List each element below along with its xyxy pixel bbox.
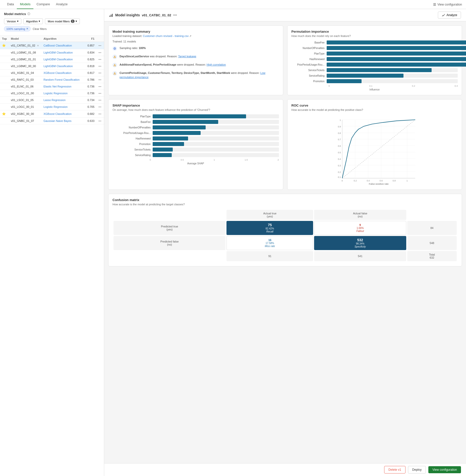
shap-bar-row: ServiceTickets bbox=[112, 148, 279, 152]
view-configuration-btn[interactable]: View configuration bbox=[433, 3, 462, 6]
more-dots-icon[interactable]: ••• bbox=[98, 58, 101, 61]
view-config-btn[interactable]: View configuration bbox=[428, 466, 461, 473]
nav-models[interactable]: Models bbox=[17, 0, 33, 9]
top-nav: Data Models Compare Analyze View configu… bbox=[0, 0, 466, 9]
perm-bar-row: BaseFee bbox=[292, 40, 458, 44]
perm-bar-row: ServiceRating bbox=[292, 74, 458, 78]
insights-more-btn[interactable]: ••• bbox=[173, 13, 177, 17]
table-row[interactable]: v01_GNBC_01_07 Gaussian Naive Bayes 0.63… bbox=[0, 118, 104, 124]
more-filters-btn[interactable]: More model filters 1 ▾ bbox=[45, 18, 80, 24]
more-dots-icon[interactable]: ••• bbox=[98, 44, 101, 47]
more-options-cell: ••• bbox=[96, 97, 104, 104]
nav-analyze[interactable]: Analyze bbox=[53, 0, 71, 9]
svg-text:1: 1 bbox=[339, 119, 341, 121]
algorithm-link[interactable]: Elastic Net Regression bbox=[43, 85, 71, 88]
table-row[interactable]: v01_LGBMC_00_00 LightGBM Classification … bbox=[0, 63, 104, 70]
sampling-tag[interactable]: 100% sampling ✕ bbox=[4, 26, 31, 31]
version-filter[interactable]: Version ▾ bbox=[4, 18, 21, 24]
info-icon[interactable]: ⓘ bbox=[27, 12, 30, 16]
shap-bar-track bbox=[153, 136, 279, 140]
perm-bar-fill bbox=[327, 79, 362, 83]
more-dots-icon[interactable]: ••• bbox=[98, 65, 101, 68]
settings-drop-icon bbox=[112, 46, 117, 51]
model-name: v01_LGBMC_00_00 bbox=[11, 65, 36, 68]
algorithm-cell: CatBoost Classification bbox=[41, 42, 84, 49]
perm-bar-row: ServiceTickets bbox=[292, 68, 458, 72]
algorithm-link[interactable]: Logistic Regression bbox=[43, 92, 68, 95]
remove-sampling-icon[interactable]: ✕ bbox=[26, 27, 28, 30]
more-dots-icon[interactable]: ••• bbox=[98, 92, 101, 95]
table-row[interactable]: v01_RAFC_01_03 Random Forest Classificat… bbox=[0, 76, 104, 83]
more-dots-icon[interactable]: ••• bbox=[98, 51, 101, 54]
perm-bar-row: PriorPeriodUsage-Rou... bbox=[292, 63, 458, 67]
table-row[interactable]: v01_LGBMC_01_08 LightGBM Classification … bbox=[0, 49, 104, 56]
roc-curve-card: ROC curve How accurate is the model at p… bbox=[287, 99, 462, 190]
f1-cell: 0.734 bbox=[84, 97, 96, 104]
target-leakage-link[interactable]: Target leakage bbox=[178, 55, 196, 58]
settings-icon bbox=[433, 3, 436, 6]
algorithm-link[interactable]: CatBoost Classification bbox=[43, 44, 72, 47]
table-row[interactable]: ⭐ v01_CATBC_01_02 ✕ CatBoost Classificat… bbox=[0, 42, 104, 49]
model-name: v01_LGBMC_01_08 bbox=[11, 51, 36, 54]
table-row[interactable]: v01_LGBMC_01_01 LightGBM Classification … bbox=[0, 56, 104, 63]
table-row[interactable]: v01_LSOC_01_05 Lasso Regression 0.734 ••… bbox=[0, 97, 104, 104]
perm-bar-row: PlanType bbox=[292, 52, 458, 56]
algorithm-link[interactable]: Lasso Regression bbox=[43, 99, 66, 102]
algorithm-cell: LightGBM Classification bbox=[41, 56, 84, 63]
algorithm-link[interactable]: LightGBM Classification bbox=[43, 58, 73, 61]
more-dots-icon[interactable]: ••• bbox=[98, 78, 101, 81]
more-dots-icon[interactable]: ••• bbox=[98, 99, 101, 102]
shap-bar-track bbox=[153, 114, 279, 118]
clear-filters-btn[interactable]: Clear filters bbox=[33, 27, 47, 30]
table-row[interactable]: v01_ELNC_01_06 Elastic Net Regression 0.… bbox=[0, 83, 104, 90]
dataset-link[interactable]: Customer churn revised - training.csv bbox=[143, 34, 189, 37]
nav-data[interactable]: Data bbox=[4, 0, 17, 9]
algorithm-link[interactable]: LightGBM Classification bbox=[43, 65, 73, 68]
nav-compare[interactable]: Compare bbox=[33, 0, 53, 9]
shap-bar-row: PlanType bbox=[112, 114, 279, 118]
table-row[interactable]: ⭐ v02_XGBC_00_00 XGBoost Classification … bbox=[0, 110, 104, 118]
table-row[interactable]: v01_LOGC_00_01 Logistic Regression 0.705… bbox=[0, 104, 104, 110]
svg-rect-3 bbox=[109, 16, 110, 17]
remove-model-icon[interactable]: ✕ bbox=[37, 44, 39, 47]
svg-rect-0 bbox=[433, 3, 436, 4]
drop1-item: DaysSinceLastService was dropped. Reason… bbox=[112, 54, 279, 59]
perm-bar-label: PlanType bbox=[292, 52, 327, 55]
row2: SHAP importance On average, how much doe… bbox=[108, 99, 462, 190]
deploy-btn[interactable]: Deploy bbox=[408, 466, 426, 473]
algorithm-link[interactable]: LightGBM Classification bbox=[43, 51, 73, 54]
perm-bar-fill bbox=[327, 40, 466, 44]
algorithm-link[interactable]: XGBoost Classification bbox=[43, 71, 72, 74]
perm-bar-label: Promotion bbox=[292, 80, 327, 83]
more-options-cell: ••• bbox=[96, 118, 104, 124]
algorithm-link[interactable]: XGBoost Classification bbox=[43, 112, 72, 115]
roc-title: ROC curve bbox=[292, 104, 458, 107]
svg-text:0.6: 0.6 bbox=[338, 145, 341, 147]
table-row[interactable]: v01_LOGC_01_00 Logistic Regression 0.736… bbox=[0, 90, 104, 97]
analyze-btn[interactable]: Analyze bbox=[438, 12, 461, 19]
svg-text:0: 0 bbox=[341, 179, 343, 182]
col-algorithm[interactable]: Algorithm bbox=[41, 36, 84, 42]
algorithm-link[interactable]: Gaussian Naive Bayes bbox=[43, 119, 71, 122]
cm-predicted-false-label: Predicted false (no) bbox=[113, 236, 225, 250]
col-model[interactable]: Model bbox=[9, 36, 41, 42]
table-row[interactable]: v01_XGBC_01_04 XGBoost Classification 0.… bbox=[0, 70, 104, 76]
drop2-text: AdditionalFeatureSpend, PriorPeriodUsage… bbox=[120, 63, 226, 67]
algorithm-link[interactable]: Random Forest Classification bbox=[43, 78, 80, 81]
more-dots-icon[interactable]: ••• bbox=[98, 85, 101, 88]
delete-btn[interactable]: Delete v1 bbox=[384, 466, 405, 473]
cm-grand-total: Total 632 bbox=[407, 251, 457, 261]
algorithm-link[interactable]: Logistic Regression bbox=[43, 105, 68, 108]
algorithm-filter[interactable]: Algorithm ▾ bbox=[23, 18, 43, 24]
shap-bar-label: ServiceTickets bbox=[112, 148, 153, 151]
svg-text:False positive rate: False positive rate bbox=[369, 182, 389, 185]
col-f1[interactable]: F1 bbox=[84, 36, 96, 42]
bottom-bar: Delete v1 Deploy View configuration bbox=[104, 463, 466, 476]
perm-bar-fill bbox=[327, 68, 432, 72]
more-dots-icon[interactable]: ••• bbox=[98, 119, 101, 122]
shap-bar-fill bbox=[153, 142, 184, 146]
more-dots-icon[interactable]: ••• bbox=[98, 112, 101, 115]
more-dots-icon[interactable]: ••• bbox=[98, 105, 101, 108]
more-dots-icon[interactable]: ••• bbox=[98, 71, 101, 74]
high-correlation-link[interactable]: High correlation bbox=[207, 63, 226, 66]
